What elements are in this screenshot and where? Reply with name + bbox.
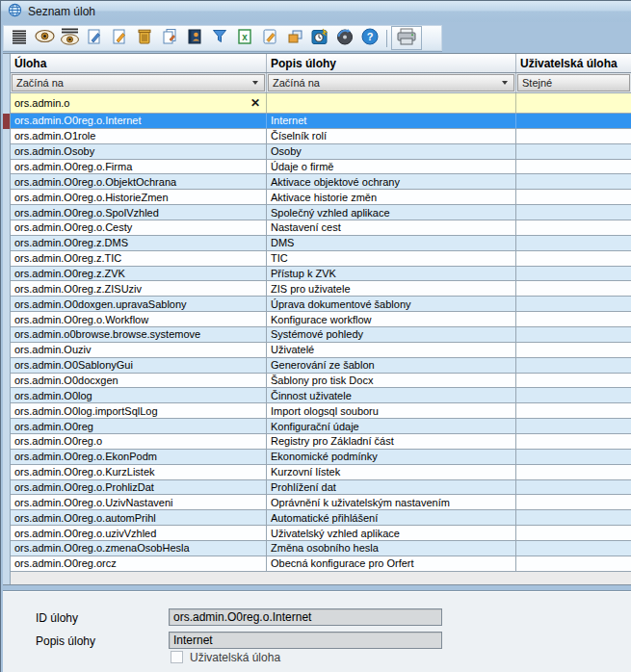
scheduler-button[interactable] xyxy=(307,27,332,50)
scheduler-icon xyxy=(311,28,329,49)
catalog-button[interactable] xyxy=(182,27,207,50)
grid-header: Úloha Popis úlohy Uživatelská úloha xyxy=(11,54,631,73)
search-input-popis[interactable] xyxy=(267,93,516,113)
new-button[interactable] xyxy=(82,27,107,50)
note-edit-button[interactable] xyxy=(257,27,282,50)
cell-user-task xyxy=(516,312,631,327)
cell-user-task xyxy=(516,267,631,282)
view-button[interactable] xyxy=(32,27,57,50)
filter-combo-uzivatelska[interactable]: Stejné xyxy=(517,74,630,91)
cell-task-id: ors.admin.O0reg.o.zmenaOsobHesla xyxy=(11,541,267,556)
table-row[interactable]: ors.admin.O0reg.o.SpolVzhledSpolečný vzh… xyxy=(11,205,631,220)
table-row[interactable]: ors.admin.o0browse.browse.systemoveSysté… xyxy=(11,327,631,343)
cell-task-id: ors.admin.O0SablonyGui xyxy=(11,358,267,374)
table-row[interactable]: ors.admin.O0doxgen.upravaSablonyÚprava d… xyxy=(11,297,631,312)
export-excel-button[interactable]: x xyxy=(232,27,257,50)
clear-filter-icon[interactable]: ✕ xyxy=(250,96,260,110)
copy-button[interactable] xyxy=(157,27,182,50)
print-button[interactable] xyxy=(391,26,422,50)
user-task-checkbox[interactable] xyxy=(171,651,183,663)
cell-task-desc: Konfigurační údaje xyxy=(267,419,516,434)
cell-task-id: ors.admin.O0reg.o.SpolVzhled xyxy=(11,205,267,220)
help-button[interactable]: ? xyxy=(357,27,382,50)
cell-task-desc: Prohlížení dat xyxy=(267,480,516,496)
id-field[interactable]: ors.admin.O0reg.o.Internet xyxy=(169,608,442,626)
search-input-uzivatelska[interactable] xyxy=(516,93,631,113)
edit-button[interactable] xyxy=(107,27,132,50)
export-cd-button[interactable] xyxy=(332,27,357,50)
table-row[interactable]: ors.admin.O0reg.o.EkonPodmEkonomické pod… xyxy=(11,450,631,465)
table-row[interactable]: ors.admin.O0reg.z.TICTIC xyxy=(11,251,631,267)
table-row[interactable]: ors.admin.O0reg.o.KurzListekKurzovní lís… xyxy=(11,465,631,480)
table-row[interactable]: ors.admin.O0reg.z.DMSDMS xyxy=(11,236,631,251)
table-row[interactable]: ors.admin.OsobyOsoby xyxy=(11,144,631,160)
delete-button[interactable] xyxy=(132,27,157,50)
cell-user-task xyxy=(516,388,631,403)
table-row[interactable]: ors.admin.O0regKonfigurační údaje xyxy=(11,419,631,434)
table-row[interactable]: ors.admin.O0reg.o.zmenaOsobHeslaZměna os… xyxy=(11,541,631,556)
column-header-popis[interactable]: Popis úlohy xyxy=(267,54,516,72)
table-row[interactable]: ors.admin.O0reg.o.uzivVzhledUživatelský … xyxy=(11,526,631,541)
cell-user-task xyxy=(516,114,631,129)
table-row[interactable]: ors.admin.O0reg.o.HistorieZmenAktivace h… xyxy=(11,190,631,205)
cell-user-task xyxy=(516,434,631,450)
column-header-uloha[interactable]: Úloha xyxy=(11,54,267,72)
table-row[interactable]: ors.admin.O0reg.o.UzivNastaveniOprávnění… xyxy=(11,495,631,510)
filter-combo-uloha[interactable]: Začíná na xyxy=(12,74,265,91)
cell-task-desc: Konfigurace workflow xyxy=(267,312,516,327)
cell-user-task xyxy=(516,510,631,526)
table-row[interactable]: ors.admin.OuzivUživatelé xyxy=(11,343,631,358)
cell-user-task xyxy=(516,495,631,510)
cell-user-task xyxy=(516,358,631,374)
cell-task-desc: Internet xyxy=(267,114,516,129)
table-row[interactable]: ors.admin.O0log.importSqlLogImport ologs… xyxy=(11,403,631,419)
cell-task-desc: Systémové pohledy xyxy=(267,327,516,343)
table-row[interactable]: ors.admin.O0SablonyGuiGenerování ze šabl… xyxy=(11,358,631,374)
column-header-uzivatelska[interactable]: Uživatelská úloha xyxy=(516,54,631,72)
cell-task-id: ors.admin.O0doxgen.upravaSablony xyxy=(11,297,267,312)
duplicate-button[interactable] xyxy=(282,27,307,50)
table-row[interactable]: ors.admin.O0reg.o.ProhlizDatProhlížení d… xyxy=(11,480,631,496)
table-row[interactable]: ors.admin.O0reg.z.ZISUzivZIS pro uživate… xyxy=(11,281,631,297)
cell-user-task xyxy=(516,129,631,144)
filter-combo-label: Začíná na xyxy=(273,77,320,89)
table-row[interactable]: ors.admin.O1roleČíselník rolí xyxy=(11,129,631,144)
svg-text:?: ? xyxy=(367,31,374,42)
table-row[interactable]: ors.admin.O0reg.orczObecná konfigurace p… xyxy=(11,556,631,572)
desc-field[interactable]: Internet xyxy=(169,632,442,649)
cell-task-id: ors.admin.O0reg.o.Workflow xyxy=(11,312,267,327)
view-columns-button[interactable] xyxy=(57,27,82,50)
table-row[interactable]: ors.admin.O0logČinnost uživatele xyxy=(11,388,631,403)
desc-label: Popis úlohy xyxy=(36,634,95,648)
table-row[interactable]: ors.admin.O0reg.o.CestyNastavení cest xyxy=(11,220,631,236)
table-row[interactable]: ors.admin.O0reg.o.automPrihlAutomatické … xyxy=(11,510,631,526)
cell-user-task xyxy=(516,251,631,267)
list-button[interactable] xyxy=(7,27,32,50)
table-row[interactable]: ors.admin.O0reg.oRegistry pro Základní č… xyxy=(11,434,631,450)
cell-task-id: ors.admin.O0log.importSqlLog xyxy=(11,403,267,419)
cell-task-desc: Generování ze šablon xyxy=(267,358,516,374)
filter-combo-popis[interactable]: Začíná na xyxy=(268,74,514,91)
cell-task-desc: Registry pro Základní část xyxy=(267,434,516,450)
window: Seznam úloh x ? Úloha Popis úlohy Uživat… xyxy=(0,0,631,672)
table-row[interactable]: ors.admin.O0reg.o.WorkflowKonfigurace wo… xyxy=(11,312,631,327)
table-row[interactable]: ors.admin.O0reg.o.InternetInternet xyxy=(11,114,631,129)
cell-user-task xyxy=(516,205,631,220)
cell-user-task xyxy=(516,190,631,205)
table-row[interactable]: ors.admin.O0docxgenŠablony pro tisk Docx xyxy=(11,374,631,389)
help-icon: ? xyxy=(361,28,379,49)
cell-task-id: ors.admin.O0reg.o.Firma xyxy=(11,160,267,175)
cell-task-desc: Údaje o firmě xyxy=(267,160,516,175)
list-icon xyxy=(11,28,28,49)
filter-button[interactable] xyxy=(207,27,232,50)
cell-task-desc: TIC xyxy=(267,251,516,267)
window-title: Seznam úloh xyxy=(28,5,95,18)
table-row[interactable]: ors.admin.O0reg.o.ObjektOchranaAktivace … xyxy=(11,174,631,190)
search-input[interactable]: ors.admin.o ✕ xyxy=(11,93,267,113)
cell-task-id: ors.admin.o0browse.browse.systemove xyxy=(11,327,267,343)
table-row[interactable]: ors.admin.O0reg.o.FirmaÚdaje o firmě xyxy=(11,160,631,175)
cell-task-desc: Uživatelský vzhled aplikace xyxy=(267,526,516,541)
grid-empty-area xyxy=(11,572,631,584)
table-row[interactable]: ors.admin.O0reg.z.ZVKPřístup k ZVK xyxy=(11,267,631,282)
edit-doc-icon xyxy=(111,28,128,49)
